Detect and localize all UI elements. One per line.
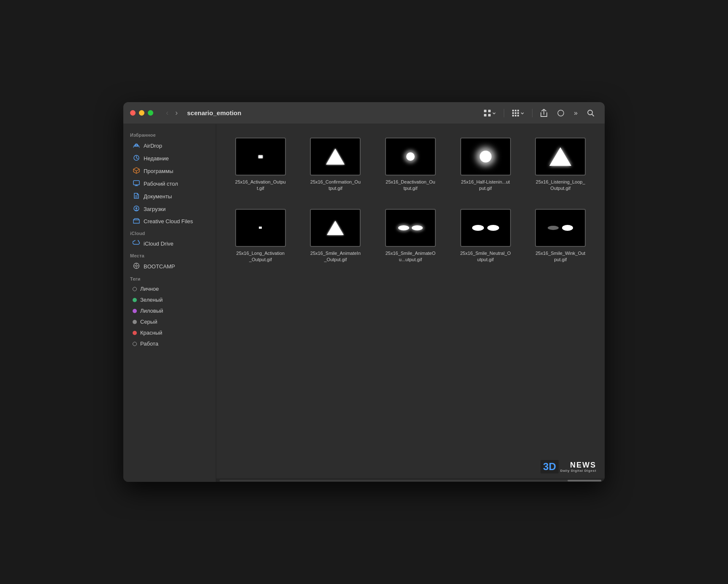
share-button[interactable] bbox=[537, 107, 551, 119]
sidebar-item-label: Зеленый bbox=[140, 297, 163, 303]
svg-rect-1 bbox=[488, 110, 491, 112]
minimize-button[interactable] bbox=[139, 110, 144, 116]
sidebar-item-recents[interactable]: Недавние bbox=[126, 152, 213, 165]
file-thumbnail-2 bbox=[310, 138, 361, 176]
file-thumbnail-6 bbox=[235, 209, 286, 247]
scrollbar-track[interactable] bbox=[220, 480, 601, 481]
gif-preview-5 bbox=[536, 138, 585, 175]
sidebar-item-purple[interactable]: Лиловый bbox=[126, 306, 213, 316]
view-icon-grid[interactable] bbox=[480, 108, 500, 119]
toolbar-divider2 bbox=[532, 109, 532, 117]
scrollbar-thumb[interactable] bbox=[568, 480, 601, 481]
sidebar-item-creative-cloud[interactable]: Creative Cloud Files bbox=[126, 216, 213, 227]
sidebar-item-documents[interactable]: Документы bbox=[126, 190, 213, 203]
file-grid-area: 25x16_Activation_Output.gif 25x16_Confir… bbox=[216, 124, 605, 479]
sidebar-item-label: Серый bbox=[140, 319, 157, 325]
svg-line-14 bbox=[592, 114, 594, 116]
tags-header: Теги bbox=[123, 273, 216, 283]
svg-rect-0 bbox=[484, 110, 486, 112]
gif-preview-7 bbox=[311, 210, 360, 246]
svg-rect-2 bbox=[484, 114, 486, 116]
finder-window: ‹ › scenario_emotion bbox=[123, 102, 605, 482]
file-thumbnail-10 bbox=[535, 209, 586, 247]
svg-rect-18 bbox=[133, 181, 139, 185]
sidebar-item-apps[interactable]: Программы bbox=[126, 165, 213, 177]
gallery-view-button[interactable] bbox=[508, 108, 528, 119]
svg-rect-4 bbox=[512, 110, 514, 111]
sidebar-item-downloads[interactable]: Загрузки bbox=[126, 203, 213, 215]
search-button[interactable] bbox=[584, 108, 598, 119]
sidebar-item-icloud[interactable]: iCloud Drive bbox=[126, 238, 213, 249]
content-area: Избранное AirDrop bbox=[123, 124, 605, 482]
watermark-tagline: Daily Digital Digest bbox=[560, 469, 596, 473]
back-button[interactable]: ‹ bbox=[163, 107, 171, 119]
file-label-8: 25x16_Smile_AnimateOu...utput.gif bbox=[385, 250, 436, 263]
file-label-1: 25x16_Activation_Output.gif bbox=[235, 179, 286, 192]
svg-point-26 bbox=[136, 265, 137, 267]
icloud-header: iCloud bbox=[123, 227, 216, 238]
file-grid: 25x16_Activation_Output.gif 25x16_Confir… bbox=[226, 134, 595, 267]
file-item-2[interactable]: 25x16_Confirmation_Output.gif bbox=[302, 134, 370, 195]
sidebar-item-red[interactable]: Красный bbox=[126, 327, 213, 338]
gif-preview-6 bbox=[236, 210, 285, 246]
maximize-button[interactable] bbox=[148, 110, 153, 116]
tag-button[interactable] bbox=[554, 108, 568, 119]
file-item-3[interactable]: 25x16_Deactivation_Output.gif bbox=[376, 134, 445, 195]
file-label-7: 25x16_Smile_AnimateIn_Output.gif bbox=[310, 250, 361, 263]
svg-rect-11 bbox=[515, 115, 516, 116]
file-item-6[interactable]: 25x16_Long_Activation_Output.gif bbox=[226, 205, 295, 267]
sidebar-item-label: iCloud Drive bbox=[144, 241, 174, 247]
titlebar: ‹ › scenario_emotion bbox=[123, 102, 605, 124]
forward-button[interactable]: › bbox=[173, 107, 180, 119]
sidebar-item-label: Лиловый bbox=[140, 308, 163, 314]
sidebar-item-desktop[interactable]: Рабочий стол bbox=[126, 178, 213, 190]
file-item-8[interactable]: 25x16_Smile_AnimateOu...utput.gif bbox=[376, 205, 445, 267]
close-button[interactable] bbox=[130, 110, 136, 116]
folder-title: scenario_emotion bbox=[187, 109, 241, 116]
more-button[interactable]: » bbox=[570, 108, 581, 119]
file-item-9[interactable]: 25x16_Smile_Neutral_Output.gif bbox=[451, 205, 520, 267]
svg-rect-5 bbox=[515, 110, 516, 111]
sidebar-item-gray[interactable]: Серый bbox=[126, 316, 213, 327]
sidebar-item-label: Красный bbox=[140, 330, 162, 336]
svg-rect-3 bbox=[488, 114, 491, 116]
file-item-1[interactable]: 25x16_Activation_Output.gif bbox=[226, 134, 295, 195]
file-item-10[interactable]: 25x16_Smile_Wink_Output.gif bbox=[526, 205, 595, 267]
icloud-icon bbox=[133, 240, 140, 247]
sidebar-item-label: Рабочий стол bbox=[144, 181, 178, 187]
documents-icon bbox=[133, 192, 140, 200]
sidebar-item-label: Creative Cloud Files bbox=[144, 218, 193, 224]
watermark-3d: 3D bbox=[543, 461, 556, 472]
sidebar: Избранное AirDrop bbox=[123, 124, 216, 482]
svg-rect-6 bbox=[517, 110, 519, 111]
file-thumbnail-8 bbox=[385, 209, 436, 247]
sidebar-item-personal[interactable]: Личное bbox=[126, 284, 213, 294]
downloads-icon bbox=[133, 205, 140, 213]
gif-preview-10 bbox=[536, 210, 585, 246]
file-item-4[interactable]: 25x16_Half-Listenin...utput.gif bbox=[451, 134, 520, 195]
tag-dot-work bbox=[133, 342, 137, 346]
recents-icon bbox=[133, 154, 140, 162]
file-label-5: 25x16_Listening_Loop_Output.gif bbox=[535, 179, 586, 192]
gif-preview-8 bbox=[386, 210, 435, 246]
file-item-5[interactable]: 25x16_Listening_Loop_Output.gif bbox=[526, 134, 595, 195]
toolbar-right: » bbox=[480, 107, 598, 119]
file-thumbnail-3 bbox=[385, 138, 436, 176]
toolbar-divider bbox=[504, 109, 504, 117]
watermark: 3D NEWS Daily Digital Digest bbox=[541, 460, 596, 473]
file-label-2: 25x16_Confirmation_Output.gif bbox=[310, 179, 361, 192]
bootcamp-icon bbox=[133, 262, 140, 270]
watermark-news: NEWS bbox=[560, 461, 596, 469]
gif-preview-9 bbox=[461, 210, 510, 246]
sidebar-item-bootcamp[interactable]: BOOTCAMP bbox=[126, 260, 213, 273]
file-item-7[interactable]: 25x16_Smile_AnimateIn_Output.gif bbox=[302, 205, 370, 267]
sidebar-item-work[interactable]: Работа bbox=[126, 338, 213, 349]
file-label-6: 25x16_Long_Activation_Output.gif bbox=[235, 250, 286, 263]
sidebar-item-label: Программы bbox=[144, 168, 173, 174]
file-thumbnail-5 bbox=[535, 138, 586, 176]
gif-preview-4 bbox=[461, 138, 510, 175]
gif-preview-3 bbox=[386, 138, 435, 175]
sidebar-item-label: Работа bbox=[140, 341, 158, 347]
sidebar-item-green[interactable]: Зеленый bbox=[126, 295, 213, 305]
sidebar-item-airdrop[interactable]: AirDrop bbox=[126, 140, 213, 152]
